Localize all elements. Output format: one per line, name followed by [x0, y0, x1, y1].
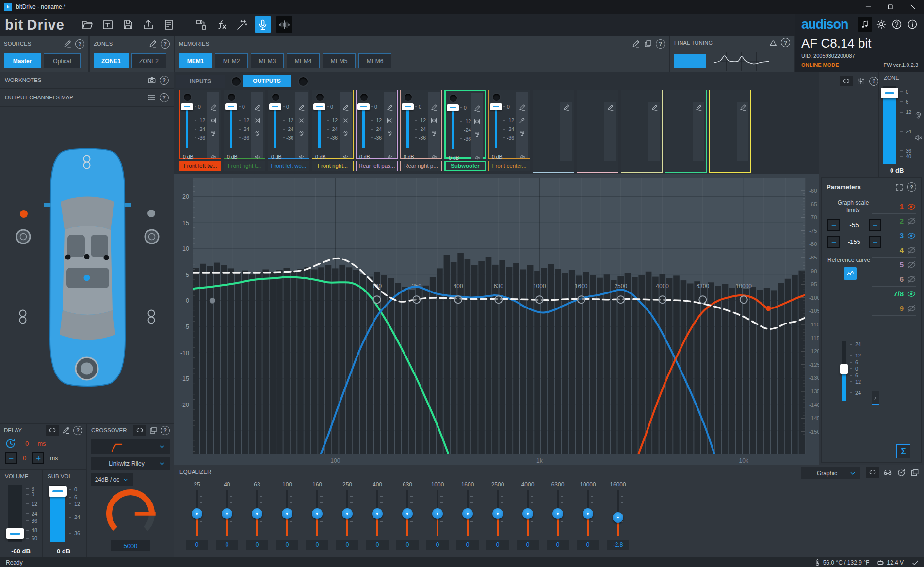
crossover-link-icon[interactable]: [135, 426, 144, 435]
eq-band-slider[interactable]: [552, 490, 563, 536]
minimize-button[interactable]: [857, 0, 879, 14]
eq-band-slider[interactable]: [402, 490, 413, 536]
speaker-rear-left[interactable]: [20, 310, 26, 324]
listen-icon[interactable]: [210, 130, 217, 137]
eye-off-icon[interactable]: [907, 245, 916, 255]
filter-shape-dropdown[interactable]: [91, 439, 170, 454]
memory-button-mem2[interactable]: MEM2: [215, 53, 248, 68]
eq-band-value[interactable]: 0: [186, 540, 208, 550]
eq-band-slider[interactable]: [372, 490, 383, 536]
edit-channel-icon[interactable]: [651, 104, 658, 111]
output-strip-4[interactable]: 40-12-24-360 dB: [312, 90, 354, 159]
channel-name[interactable]: Rear left pas...: [356, 161, 398, 171]
maximize-button[interactable]: [879, 0, 902, 14]
mute-icon[interactable]: [298, 153, 305, 160]
limit-minus-button[interactable]: [827, 236, 840, 248]
speaker-icon[interactable]: [386, 117, 393, 124]
output-strip-1[interactable]: 10-12-24-360 dB: [179, 90, 221, 159]
eq-band-slider[interactable]: [613, 490, 623, 536]
listen-icon[interactable]: [430, 130, 438, 137]
eq-point-marker[interactable]: [536, 296, 543, 303]
edit-channel-icon[interactable]: [386, 104, 393, 111]
speaker-icon[interactable]: [473, 118, 481, 125]
eq-band-slider[interactable]: [492, 490, 503, 536]
zone-listen-icon[interactable]: [913, 111, 923, 120]
tab-inputs[interactable]: INPUTS: [176, 75, 225, 88]
channel-name[interactable]: Front left wo...: [268, 161, 309, 171]
copy-memory-icon[interactable]: [644, 39, 652, 48]
channel-list-icon[interactable]: [147, 93, 156, 102]
listen-icon[interactable]: [254, 130, 261, 137]
delay-clock-icon[interactable]: [5, 437, 16, 449]
zones-help-icon[interactable]: ?: [161, 39, 170, 49]
memories-help-icon[interactable]: ?: [656, 39, 665, 49]
memory-button-mem3[interactable]: MEM3: [251, 53, 284, 68]
speaker-front-left-woofer[interactable]: [16, 230, 30, 243]
functions-button[interactable]: [214, 17, 229, 32]
eq-band-value[interactable]: 0: [547, 540, 569, 550]
channel-name[interactable]: Rear right p...: [400, 161, 442, 171]
master-volume-slider[interactable]: 601224364860: [8, 485, 46, 542]
eq-band-value[interactable]: 0: [517, 540, 539, 550]
output-strip-empty[interactable]: [533, 90, 574, 173]
delay-minus-button[interactable]: [5, 452, 17, 464]
source-button-master[interactable]: Master: [4, 53, 41, 68]
memory-button-mem5[interactable]: MEM5: [323, 53, 356, 68]
tones-button[interactable]: [858, 17, 872, 32]
channel-gain-slider[interactable]: [491, 103, 502, 148]
edit-channel-icon[interactable]: [254, 104, 261, 111]
eq-point-marker[interactable]: [740, 296, 747, 303]
output-strip-empty[interactable]: [665, 90, 707, 173]
eq-band-slider[interactable]: [342, 490, 353, 536]
info-button[interactable]: [906, 18, 919, 31]
connector-icon[interactable]: [519, 117, 526, 124]
eq-band-slider[interactable]: [522, 490, 533, 536]
speaker-rear-right[interactable]: [148, 310, 155, 324]
zone-button-zone1[interactable]: ZONE1: [94, 53, 129, 68]
eq-band-value[interactable]: 0: [216, 540, 238, 550]
mute-icon[interactable]: [342, 153, 349, 160]
settings-gear-button[interactable]: [875, 18, 888, 31]
sub-volume-slider[interactable]: 06122436: [50, 485, 88, 542]
eq-band-value[interactable]: 0: [306, 540, 328, 550]
output-strip-5[interactable]: 50-12-24-360 dB: [356, 90, 398, 159]
channel-visibility-row-3[interactable]: 3: [872, 228, 916, 243]
channel-name[interactable]: Front right...: [312, 161, 354, 171]
eq-band-slider[interactable]: [312, 490, 323, 536]
limit-minus-button[interactable]: [827, 219, 840, 231]
save-button[interactable]: [120, 17, 136, 32]
eye-icon[interactable]: [907, 202, 916, 211]
close-button[interactable]: [902, 0, 924, 14]
zone-button-zone2[interactable]: ZONE2: [131, 53, 166, 68]
edit-channel-icon[interactable]: [298, 104, 305, 111]
final-tuning-help-icon[interactable]: ?: [781, 38, 790, 47]
channel-gain-slider[interactable]: [314, 103, 325, 148]
open-project-button[interactable]: [80, 17, 95, 32]
wizard-button[interactable]: [234, 17, 250, 32]
output-strip-7-8[interactable]: 7/80-12-24-360 dB: [444, 90, 486, 159]
output-strip-2[interactable]: 20-12-24-360 dB: [224, 90, 265, 159]
channel-name[interactable]: Front right t...: [224, 161, 265, 171]
filter-type-dropdown[interactable]: Linkwitz-Riley: [91, 457, 170, 470]
final-tuning-meter[interactable]: [674, 54, 706, 68]
channels-map-help-icon[interactable]: ?: [160, 93, 169, 102]
output-strip-empty[interactable]: [577, 90, 618, 173]
delay-link-icon[interactable]: [48, 426, 57, 435]
channel-gain-slider[interactable]: [448, 104, 458, 149]
channel-gain-slider[interactable]: [403, 103, 413, 148]
mute-icon[interactable]: [474, 154, 481, 161]
eq-link-icon[interactable]: [868, 468, 877, 477]
mute-icon[interactable]: [519, 153, 526, 160]
mute-icon[interactable]: [431, 153, 438, 160]
eye-off-icon[interactable]: [907, 260, 916, 270]
eq-band-slider[interactable]: [282, 490, 292, 536]
speaker-icon[interactable]: [254, 117, 261, 124]
eq-band-value[interactable]: 0: [486, 540, 509, 550]
tab-outputs[interactable]: OUTPUTS: [243, 75, 291, 87]
channel-visibility-row-5[interactable]: 5: [872, 258, 916, 272]
channel-visibility-row-4[interactable]: 4: [872, 243, 916, 258]
eq-point-marker[interactable]: [373, 296, 381, 303]
listen-icon[interactable]: [519, 130, 526, 137]
output-strip-3[interactable]: 30-12-24-360 dB: [268, 90, 309, 159]
listening-point-left[interactable]: [65, 255, 71, 260]
